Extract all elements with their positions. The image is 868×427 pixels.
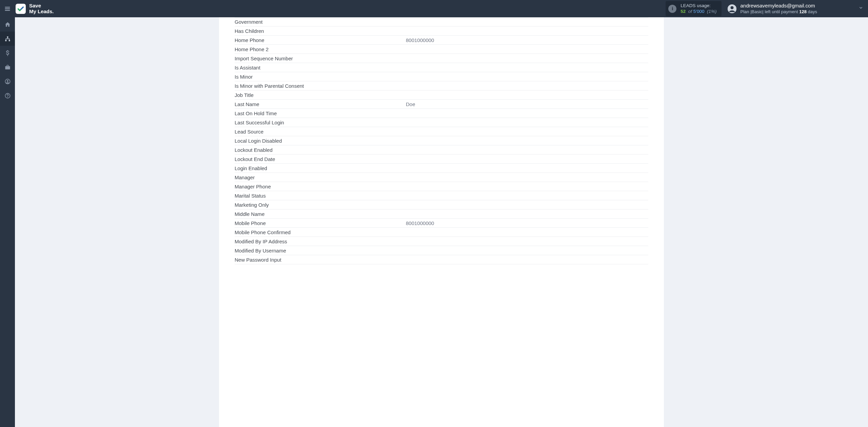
svg-rect-0 (5, 7, 10, 7)
field-row: Last NameDoe (235, 100, 648, 109)
field-row: Job Title (235, 90, 648, 100)
field-label: Government (235, 19, 406, 25)
field-value: 8001000000 (406, 220, 648, 226)
field-label: Mobile Phone Confirmed (235, 229, 406, 235)
field-row: Local Login Disabled (235, 136, 648, 145)
svg-rect-5 (7, 36, 8, 38)
field-label: Last On Hold Time (235, 110, 406, 116)
sidebar-item-connections[interactable] (0, 32, 15, 46)
home-icon (4, 21, 11, 28)
field-label: Home Phone 2 (235, 46, 406, 52)
field-row: Marketing Only (235, 200, 648, 209)
svg-rect-8 (5, 66, 10, 69)
svg-rect-1 (5, 8, 10, 9)
sidebar (0, 17, 15, 427)
sidebar-item-home[interactable] (0, 17, 15, 32)
user-circle-icon (4, 78, 11, 85)
usage-text: LEADS usage: 52 of 5'000 (1%) (680, 3, 716, 15)
plan-mid: | left until payment (762, 9, 799, 14)
field-row: Is Minor with Parental Consent (235, 81, 648, 90)
user-icon (728, 4, 736, 13)
field-label: Mobile Phone (235, 220, 406, 226)
main-scroll[interactable]: GovernmentHas ChildrenHome Phone80010000… (15, 17, 868, 427)
hamburger-icon (4, 5, 11, 12)
field-row: Home Phone 2 (235, 45, 648, 54)
fields-card: GovernmentHas ChildrenHome Phone80010000… (219, 17, 664, 427)
field-label: Modified By IP Address (235, 239, 406, 244)
checkmark-icon (17, 5, 24, 13)
field-label: Home Phone (235, 37, 406, 43)
field-value: 8001000000 (406, 37, 648, 43)
field-label: Last Successful Login (235, 120, 406, 125)
brand-line2: My Leads. (29, 9, 54, 15)
account-plan-line: Plan |Basic| left until payment 128 days (741, 9, 817, 15)
field-row: Mobile Phone Confirmed (235, 228, 648, 237)
account-email: andrewsavemyleads@gmail.com (741, 3, 817, 9)
field-row: Modified By Username (235, 246, 648, 255)
field-label: Marital Status (235, 193, 406, 199)
field-row: Middle Name (235, 209, 648, 219)
field-label: Job Title (235, 92, 406, 98)
menu-toggle-button[interactable] (0, 0, 15, 17)
usage-values: 52 of 5'000 (1%) (680, 9, 716, 15)
field-row: Home Phone8001000000 (235, 36, 648, 45)
field-row: Manager Phone (235, 182, 648, 191)
field-label: Has Children (235, 28, 406, 34)
usage-of: of (688, 9, 692, 14)
usage-used: 52 (680, 9, 686, 14)
field-value: Doe (406, 101, 648, 107)
question-circle-icon (4, 93, 11, 99)
plan-days-word: days (807, 9, 817, 14)
field-label: Is Minor (235, 74, 406, 80)
field-label: Lead Source (235, 129, 406, 135)
account-caret (859, 6, 863, 12)
topbar: Save My Leads. i LEADS usage: 52 of 5'00… (0, 0, 868, 17)
usage-pct: (1%) (707, 9, 717, 14)
account-menu[interactable]: andrewsavemyleads@gmail.com Plan |Basic|… (728, 3, 868, 15)
field-label: Local Login Disabled (235, 138, 406, 144)
field-row: Import Sequence Number (235, 54, 648, 63)
briefcase-icon (4, 64, 11, 70)
field-label: Lockout End Date (235, 156, 406, 162)
brand-text: Save My Leads. (29, 3, 54, 14)
svg-point-12 (7, 97, 8, 97)
field-row: Marital Status (235, 191, 648, 200)
plan-days-num: 128 (799, 9, 807, 14)
brand[interactable]: Save My Leads. (15, 3, 54, 14)
plan-prefix: Plan | (741, 9, 752, 14)
account-text: andrewsavemyleads@gmail.com Plan |Basic|… (741, 3, 817, 15)
field-row: Modified By IP Address (235, 237, 648, 246)
usage-pill[interactable]: i LEADS usage: 52 of 5'000 (1%) (666, 1, 721, 17)
chevron-down-icon (859, 6, 863, 11)
field-label: Marketing Only (235, 202, 406, 208)
field-row: Lockout Enabled (235, 145, 648, 155)
svg-rect-6 (5, 40, 6, 41)
svg-rect-7 (8, 40, 10, 41)
avatar (728, 4, 736, 13)
svg-rect-2 (5, 10, 10, 11)
sidebar-item-briefcase[interactable] (0, 60, 15, 74)
field-row: Login Enabled (235, 164, 648, 173)
field-row: Last On Hold Time (235, 109, 648, 118)
field-label: Import Sequence Number (235, 56, 406, 61)
plan-name: Basic (752, 9, 763, 14)
field-row: Has Children (235, 26, 648, 36)
usage-total: 5'000 (693, 9, 705, 14)
brand-line1: Save (29, 3, 54, 9)
info-icon: i (668, 5, 676, 13)
field-row: Last Successful Login (235, 118, 648, 127)
sidebar-item-profile[interactable] (0, 74, 15, 88)
field-row: Lead Source (235, 127, 648, 136)
field-row: Government (235, 17, 648, 26)
field-row: Manager (235, 173, 648, 182)
svg-point-10 (7, 80, 8, 82)
field-label: Last Name (235, 101, 406, 107)
field-label: Is Minor with Parental Consent (235, 83, 406, 89)
field-label: Middle Name (235, 211, 406, 217)
sidebar-item-help[interactable] (0, 88, 15, 103)
sitemap-icon (4, 36, 11, 42)
field-row: Is Assistant (235, 63, 648, 72)
field-label: Manager Phone (235, 184, 406, 189)
field-row: Lockout End Date (235, 155, 648, 164)
sidebar-item-billing[interactable] (0, 46, 15, 60)
